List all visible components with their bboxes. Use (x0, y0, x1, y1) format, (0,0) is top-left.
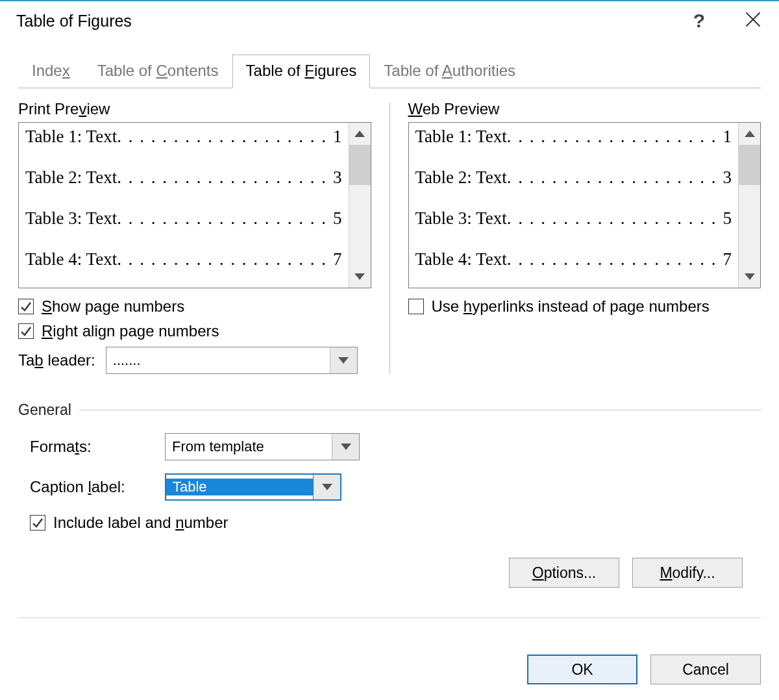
print-preview-box: Table 1: Text. . . . . . . . . . . . . .… (18, 122, 371, 288)
entry-leader: . . . . . . . . . . . . . . . . . . . . … (507, 127, 722, 147)
print-preview-column: Print Preview Table 1: Text. . . . . . .… (18, 100, 371, 374)
svg-marker-4 (338, 357, 349, 364)
entry-label: Table 1: Text (415, 127, 507, 147)
entry-page: 5 (332, 208, 342, 229)
svg-marker-6 (745, 273, 755, 280)
svg-marker-3 (354, 273, 365, 280)
entry-label: Table 3: Text (415, 208, 507, 229)
entry-label: Table 4: Text (25, 249, 117, 269)
entry-leader: . . . . . . . . . . . . . . . . . . . . … (117, 168, 332, 188)
preview-entry: Table 3: Text. . . . . . . . . . . . . .… (415, 208, 732, 229)
tab-strip: Index Table of Contents Table of Figures… (0, 40, 779, 88)
scroll-down-icon[interactable] (739, 266, 760, 288)
cancel-button[interactable]: Cancel (650, 655, 761, 684)
modify-button[interactable]: Modify... (632, 558, 743, 588)
general-header: General (18, 401, 71, 419)
entry-leader: . . . . . . . . . . . . . . . . . . . . … (507, 168, 722, 188)
tab-index[interactable]: Index (18, 55, 84, 88)
entry-page: 7 (332, 249, 342, 269)
tab-leader-combo[interactable]: ....... (106, 347, 358, 374)
vertical-divider (390, 103, 390, 374)
tab-table-of-contents[interactable]: Table of Contents (84, 55, 232, 88)
include-label-checkbox[interactable] (30, 515, 45, 531)
tab-table-of-authorities[interactable]: Table of Authorities (370, 55, 529, 88)
entry-page: 5 (722, 208, 732, 229)
preview-entry: Table 3: Text. . . . . . . . . . . . . .… (25, 208, 342, 229)
caption-label-combo[interactable]: Table (165, 473, 341, 501)
entry-page: 1 (722, 127, 732, 147)
svg-marker-7 (341, 444, 351, 450)
formats-label: Formats: (30, 438, 153, 456)
tab-table-of-figures[interactable]: Table of Figures (232, 55, 371, 88)
chevron-down-icon[interactable] (313, 475, 340, 499)
preview-entry: Table 1: Text. . . . . . . . . . . . . .… (415, 127, 732, 147)
caption-label-label: Caption label: (30, 478, 153, 496)
preview-entry: Table 1: Text. . . . . . . . . . . . . .… (25, 127, 342, 147)
scroll-thumb[interactable] (739, 145, 760, 185)
ok-button[interactable]: OK (527, 655, 637, 684)
preview-entry: Table 2: Text. . . . . . . . . . . . . .… (25, 168, 342, 188)
divider (18, 618, 761, 618)
right-align-label: Right align page numbers (42, 322, 219, 340)
scroll-up-icon[interactable] (739, 123, 760, 145)
preview-entry: Table 2: Text. . . . . . . . . . . . . .… (415, 168, 732, 188)
use-hyperlinks-checkbox[interactable] (408, 299, 424, 314)
web-preview-label: Web Preview (408, 100, 761, 118)
entry-leader: . . . . . . . . . . . . . . . . . . . . … (507, 208, 722, 229)
close-icon[interactable] (739, 8, 767, 34)
include-label-label: Include label and number (53, 514, 229, 532)
dialog-title: Table of Figures (16, 12, 693, 31)
entry-leader: . . . . . . . . . . . . . . . . . . . . … (117, 208, 332, 229)
web-preview-scrollbar[interactable] (738, 123, 760, 288)
svg-marker-2 (354, 131, 365, 137)
formats-value[interactable]: From template (166, 438, 332, 455)
svg-marker-8 (322, 484, 332, 490)
preview-entry: Table 4: Text. . . . . . . . . . . . . .… (25, 249, 342, 269)
chevron-down-icon[interactable] (332, 434, 359, 460)
help-icon[interactable]: ? (693, 10, 705, 32)
tab-leader-value[interactable]: ....... (106, 352, 330, 369)
right-align-checkbox[interactable] (18, 323, 34, 339)
web-preview-content: Table 1: Text. . . . . . . . . . . . . .… (409, 123, 739, 288)
print-preview-label: Print Preview (18, 100, 371, 118)
print-preview-content: Table 1: Text. . . . . . . . . . . . . .… (19, 123, 349, 288)
table-of-figures-dialog: Table of Figures ? Index Table of Conten… (0, 0, 779, 700)
entry-label: Table 4: Text (415, 249, 507, 269)
titlebar: Table of Figures ? (0, 1, 779, 40)
entry-leader: . . . . . . . . . . . . . . . . . . . . … (507, 249, 722, 269)
show-page-numbers-label: Show page numbers (42, 297, 184, 316)
web-preview-column: Web Preview Table 1: Text. . . . . . . .… (408, 100, 761, 374)
formats-combo[interactable]: From template (165, 433, 360, 460)
entry-leader: . . . . . . . . . . . . . . . . . . . . … (117, 249, 332, 269)
entry-page: 3 (332, 168, 342, 188)
show-page-numbers-checkbox[interactable] (18, 299, 34, 314)
entry-label: Table 2: Text (415, 168, 507, 188)
entry-page: 7 (722, 249, 732, 269)
preview-entry: Table 4: Text. . . . . . . . . . . . . .… (415, 249, 732, 269)
use-hyperlinks-label: Use hyperlinks instead of page numbers (432, 297, 710, 316)
entry-page: 1 (332, 127, 342, 147)
entry-label: Table 3: Text (25, 208, 117, 229)
divider (79, 410, 761, 410)
entry-leader: . . . . . . . . . . . . . . . . . . . . … (117, 127, 332, 147)
entry-label: Table 1: Text (25, 127, 117, 147)
scroll-thumb[interactable] (349, 145, 371, 185)
entry-page: 3 (722, 168, 732, 188)
chevron-down-icon[interactable] (330, 347, 357, 373)
tab-leader-label: Tab leader: (18, 351, 95, 369)
svg-marker-5 (745, 131, 755, 137)
scroll-up-icon[interactable] (349, 123, 371, 145)
print-preview-scrollbar[interactable] (349, 123, 371, 288)
general-group: General Formats: From template Caption l… (18, 401, 761, 538)
options-button[interactable]: Options... (509, 558, 619, 588)
web-preview-box: Table 1: Text. . . . . . . . . . . . . .… (408, 122, 761, 288)
caption-label-value[interactable]: Table (166, 479, 313, 495)
scroll-down-icon[interactable] (349, 266, 371, 288)
entry-label: Table 2: Text (25, 168, 117, 188)
